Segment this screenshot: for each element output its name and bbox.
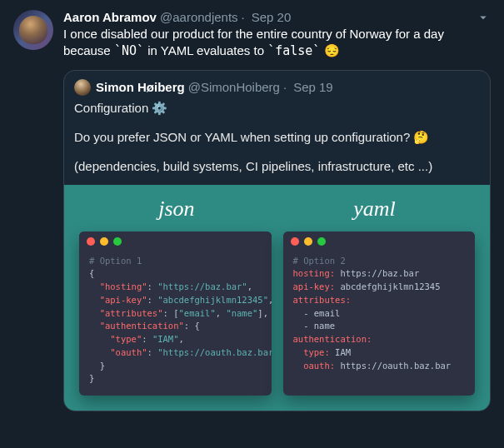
text-segment: Configuration [74,101,152,115]
maximize-icon [113,237,122,246]
inline-code: `NO` [114,43,144,58]
window-controls [283,231,476,251]
json-value: "IAM" [152,334,179,344]
json-value: "abcdefghijklmn12345" [157,295,268,305]
yaml-value: - name [293,321,336,331]
quoted-tweet[interactable]: Simon Høiberg @SimonHoiberg · Sep 19 Con… [63,70,491,412]
inline-code: `false` [267,43,320,58]
text-segment: in YAML evaluates to [144,43,267,57]
json-key: "authentication" [100,321,184,331]
yaml-value: https://baz.bar [335,268,419,278]
yaml-value: abcdefghijklmn12345 [335,281,440,291]
quoted-author-name: Simon Høiberg [96,80,185,94]
embedded-image: json yaml # Option 1 { "hosting": "https… [64,185,490,411]
tweet-header: Aaron Abramov @aarondjents · Sep 20 [63,10,491,24]
tweet-date[interactable]: Sep 20 [252,10,292,24]
yaml-editor: # Option 2 hosting: https://baz.bar api-… [283,231,476,396]
json-key: "attributes" [100,308,163,318]
quoted-avatar [74,79,91,96]
editor-row: # Option 1 { "hosting": "https://baz.bar… [79,231,475,396]
close-icon [87,237,95,246]
code-comment: # Option 1 [89,256,142,266]
author-name[interactable]: Aaron Abramov [63,10,157,24]
yaml-value: IAM [330,347,351,357]
pensive-emoji: 😔 [324,42,340,59]
yaml-value: - email [293,308,341,318]
json-value: "https://baz.bar" [157,281,247,291]
json-value: "name" [226,308,257,318]
yaml-key: authentication: [293,334,372,344]
yaml-key: hosting: [293,268,336,278]
json-value: "email" [178,308,215,318]
maximize-icon [317,237,326,246]
code-comment: # Option 2 [293,256,346,266]
quoted-author-handle: @SimonHoiberg [188,80,280,94]
tweet-container: Aaron Abramov @aarondjents · Sep 20 I on… [0,0,504,411]
separator-dot: · [242,10,245,24]
window-controls [79,231,272,251]
yaml-key: api-key: [293,281,336,291]
separator-dot: · [283,80,287,94]
gear-icon: ⚙️ [152,99,167,117]
minimize-icon [100,237,108,246]
title-json: json [158,197,194,222]
json-key: "hosting" [100,281,147,291]
author-avatar[interactable] [13,10,53,50]
minimize-icon [304,237,312,246]
json-value: "https://oauth.baz.bar" [157,347,271,357]
yaml-key: oauth: [293,361,336,371]
yaml-code: # Option 2 hosting: https://baz.bar api-… [283,251,476,383]
text-segment: Do you prefer JSON or YAML when setting … [74,130,413,144]
title-yaml: yaml [353,197,396,222]
quoted-date: Sep 19 [293,80,333,94]
tweet-body: Aaron Abramov @aarondjents · Sep 20 I on… [63,10,491,411]
thinking-emoji: 🤔 [413,128,429,146]
tweet-text: I once disabled our product for the enti… [63,26,491,60]
text-segment: (dependencies, build systems, CI pipelin… [74,157,480,175]
more-icon[interactable] [476,10,491,28]
yaml-value: https://oauth.baz.bar [335,361,451,371]
author-handle[interactable]: @aarondjents [160,10,238,24]
json-editor: # Option 1 { "hosting": "https://baz.bar… [79,231,272,396]
quoted-header: Simon Høiberg @SimonHoiberg · Sep 19 [64,71,490,96]
json-code: # Option 1 { "hosting": "https://baz.bar… [79,251,272,396]
image-titles: json yaml [79,197,475,222]
close-icon [291,237,299,246]
yaml-key: type: [293,347,330,357]
json-key: "api-key" [100,295,147,305]
json-key: "type" [110,334,142,344]
quoted-text: Configuration ⚙️ Do you prefer JSON or Y… [64,96,490,185]
yaml-key: attributes: [293,295,352,305]
json-key: "oauth" [110,347,147,357]
